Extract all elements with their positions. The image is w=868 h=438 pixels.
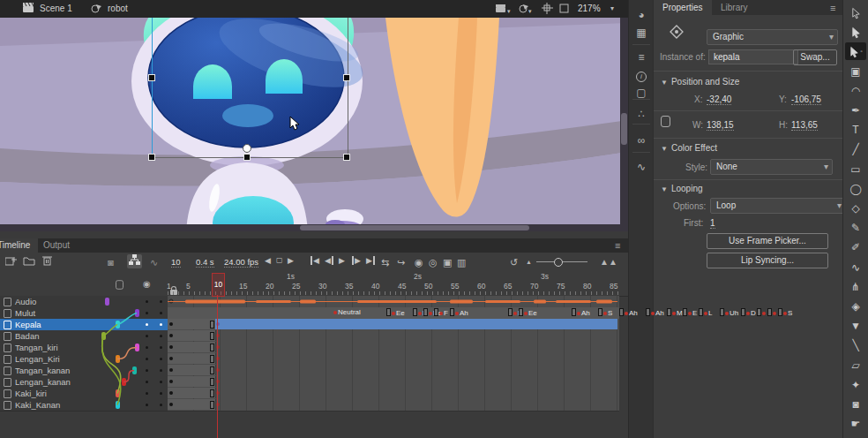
layer-row-kepala[interactable]: Kepala (0, 319, 168, 331)
section-color-effect[interactable]: ▼Color Effect (661, 143, 717, 153)
parent-marker[interactable] (116, 321, 120, 328)
stage-zoom-value[interactable]: 217% (578, 4, 601, 13)
visibility-dot[interactable] (146, 312, 148, 314)
current-frame-value[interactable]: 10 (171, 257, 181, 268)
looping-options-dropdown[interactable]: Loop▾ (710, 198, 846, 214)
layer-row-audio[interactable]: Audio (0, 296, 168, 308)
step-back-icon[interactable]: ◀ (265, 256, 271, 265)
edit-multiple-frames-icon[interactable]: ▣ (443, 255, 452, 269)
go-last-frame-icon[interactable]: ▶ (366, 256, 375, 265)
play-icon[interactable]: ▶ (339, 256, 345, 265)
frame-row-badan[interactable] (168, 330, 619, 343)
align-icon[interactable]: ≡ (629, 51, 654, 64)
mouth-keyframe-label[interactable] (767, 308, 777, 317)
mouth-keyframe-label[interactable]: Ah (646, 308, 664, 317)
rectangle-tool[interactable]: ▭ (845, 161, 866, 178)
parent-marker[interactable] (116, 389, 120, 397)
frame-row-tangan_kiri[interactable] (168, 342, 619, 354)
center-playhead-icon[interactable]: ⇆ (381, 255, 389, 269)
visibility-dot[interactable] (146, 392, 148, 395)
mouth-keyframe-label[interactable]: E (683, 308, 697, 317)
parent-marker[interactable] (132, 366, 137, 374)
visibility-dot[interactable] (146, 404, 148, 406)
modify-markers-icon[interactable]: ▥ (457, 255, 466, 269)
layer-row-tangan_kiri[interactable]: Tangan_kiri (0, 342, 168, 354)
lock-dot[interactable] (160, 358, 162, 360)
polystar-tool[interactable]: ◇ (845, 200, 866, 217)
oval-tool[interactable]: ◯ (845, 180, 866, 198)
instance-name-field[interactable]: kepala (708, 49, 798, 64)
layer-row-kaki_kiri[interactable]: Kaki_kiri (0, 388, 168, 400)
next-frame-icon[interactable]: ▶ (352, 256, 361, 265)
mouth-keyframe-label[interactable]: Ah (450, 308, 468, 317)
frame-row-kaki_kiri[interactable] (168, 388, 619, 400)
paint-bucket-tool[interactable]: ◈ (845, 298, 866, 315)
selection-tool[interactable] (845, 4, 866, 21)
frame-row-kepala[interactable] (168, 319, 619, 331)
h-value[interactable]: 113,65 (791, 120, 818, 131)
delete-layer-icon[interactable] (42, 255, 52, 269)
visibility-dot[interactable] (146, 381, 148, 383)
tab-properties[interactable]: Properties (654, 0, 712, 15)
loop-playback-icon[interactable]: ↪ (397, 255, 405, 269)
eraser-tool[interactable]: ▱ (845, 357, 866, 374)
breadcrumb-scene[interactable]: Scene 1 (40, 4, 72, 13)
lock-dot[interactable] (160, 312, 162, 314)
new-folder-icon[interactable] (23, 255, 35, 269)
center-stage-icon[interactable] (542, 3, 553, 16)
layer-row-lengan_kanan[interactable]: Lengan_kanan (0, 376, 168, 389)
lock-dot[interactable] (160, 369, 162, 372)
parent-marker[interactable] (116, 401, 120, 409)
mouth-keyframe-label[interactable]: L (699, 308, 712, 317)
selection-handle-bottom-center[interactable] (243, 154, 251, 161)
w-value[interactable]: 138,15 (707, 120, 734, 131)
mouth-keyframe-label[interactable] (757, 308, 767, 317)
lasso-tool[interactable]: ◠ (845, 82, 866, 100)
visibility-dot[interactable] (146, 369, 148, 372)
mouth-keyframe-label[interactable]: Ah (572, 308, 590, 317)
visibility-dot[interactable] (146, 346, 148, 349)
transformation-point[interactable] (243, 144, 251, 153)
pencil-tool[interactable]: ✎ (845, 219, 866, 237)
y-value[interactable]: -106,75 (791, 94, 821, 105)
parent-marker[interactable] (116, 355, 120, 363)
asset-sculpt-tool[interactable]: ✦ (845, 376, 866, 394)
mouth-keyframe-label[interactable]: Ah (619, 308, 638, 317)
frame-rate-value[interactable]: 24.00 fps (224, 257, 258, 268)
frame-size-slider[interactable] (536, 261, 587, 262)
lock-dot[interactable] (160, 300, 162, 303)
zoom-out-frames-icon[interactable]: ▲ (526, 255, 532, 269)
eyedropper-tool[interactable]: ╲ (845, 336, 866, 354)
ink-bottle-tool[interactable]: ▼ (845, 317, 866, 335)
parent-marker[interactable] (105, 298, 109, 306)
parent-marker[interactable] (135, 344, 139, 351)
lock-dot[interactable] (160, 323, 162, 326)
edit-scene-icon[interactable]: ▾ (496, 4, 511, 15)
fluid-brush-tool[interactable]: ∿ (845, 259, 866, 276)
x-value[interactable]: -32,40 (707, 94, 731, 105)
clip-content-icon[interactable] (559, 4, 569, 15)
tab-output[interactable]: Output (35, 238, 78, 253)
visibility-dot[interactable] (146, 358, 148, 360)
brush-library-icon[interactable]: ∴ (629, 108, 654, 120)
lock-dot[interactable] (160, 335, 162, 337)
parenting-view-icon[interactable] (127, 254, 142, 268)
visibility-dot[interactable] (146, 300, 148, 303)
selected-frame-span[interactable] (215, 319, 617, 329)
timeline-ruler[interactable]: ◉ 151520253035404550556065707580851s2s3s (0, 272, 628, 297)
frame-row-kaki_kanan[interactable] (168, 399, 619, 412)
cc-libraries-icon[interactable]: ∞ (629, 134, 654, 147)
frame-row-audio[interactable] (168, 296, 619, 308)
section-looping[interactable]: ▼Looping (661, 184, 703, 193)
tab-timeline[interactable]: Timeline (0, 238, 38, 253)
layer-row-tangan_kanan[interactable]: Tangan_kanan (0, 365, 168, 377)
reset-timeline-zoom-icon[interactable]: ↺ (510, 255, 518, 269)
breadcrumb-symbol[interactable]: robot (108, 4, 128, 13)
selection-bounding-box[interactable] (152, 18, 348, 158)
mouth-keyframe-label[interactable]: M (667, 308, 683, 317)
tab-library[interactable]: Library (712, 0, 757, 15)
panel-menu-icon[interactable]: ≡ (830, 3, 835, 13)
camera-view-icon[interactable]: ◙ (108, 255, 114, 269)
zoom-in-frames-icon[interactable]: ▲▲ (600, 255, 617, 269)
lock-dot[interactable] (160, 346, 162, 349)
